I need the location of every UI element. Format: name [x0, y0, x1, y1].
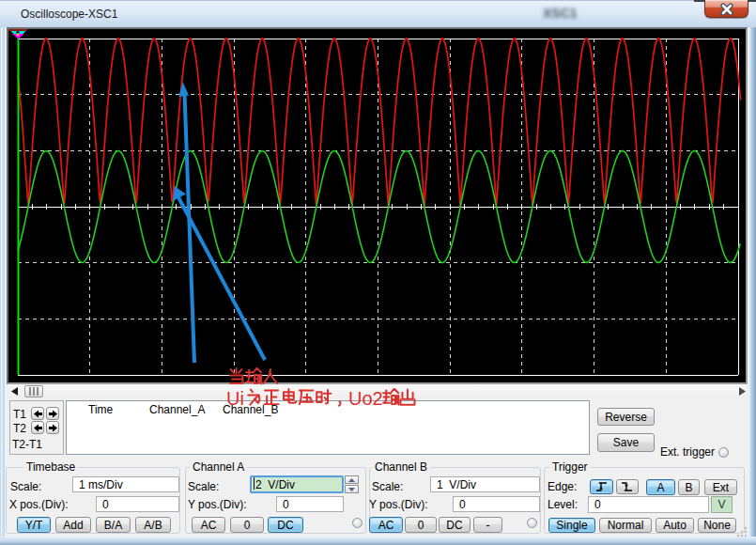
- svg-text:Ui: Ui: [226, 388, 244, 409]
- svg-text:Uo2: Uo2: [348, 388, 383, 409]
